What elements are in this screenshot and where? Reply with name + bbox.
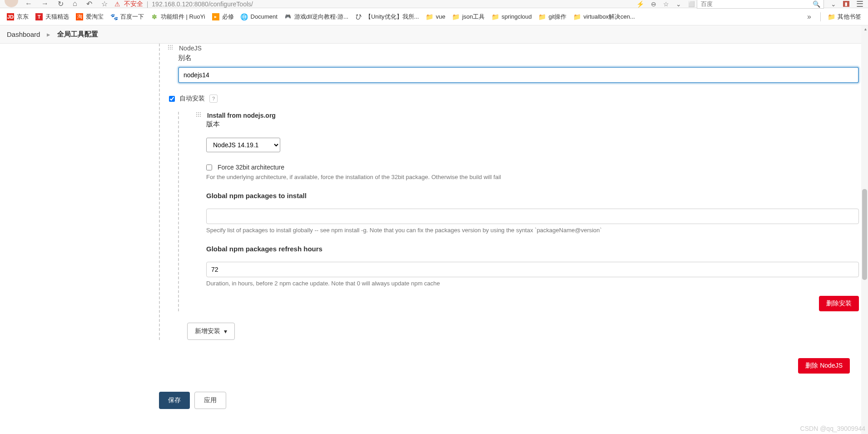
folder-icon: 📁 [539, 13, 546, 20]
bookmark-other[interactable]: 📁其他书签 [828, 13, 861, 21]
global-packages-field: Global npm packages to install Specify l… [206, 192, 859, 234]
auto-install-checkbox[interactable] [169, 96, 175, 102]
browser-nav-icons: ← → ↻ ⌂ ↶ ☆ [25, 0, 108, 8]
folder-icon: 📁 [491, 13, 499, 20]
force32-checkbox[interactable] [206, 165, 212, 170]
version-select[interactable]: NodeJS 14.19.1 [206, 138, 280, 152]
refresh-hours-input[interactable] [206, 262, 859, 277]
nodejs-section: NodeJS 别名 自动安装 ? Install from nodejs.org… [159, 44, 859, 340]
folder-icon: 📁 [452, 13, 459, 20]
add-installer-row: 新增安装 ▾ [168, 323, 859, 340]
game-icon: 🎮 [284, 13, 292, 20]
bookmark-virtualbox[interactable]: 📁virtualbox解决cen... [573, 13, 635, 21]
scrollbar[interactable]: ▴ [861, 25, 868, 423]
taobao-icon: 淘 [76, 13, 83, 20]
browser-right-icons: ⚡ ⊖ ☆ ⌄ ⬜ 🔍 ⌄ ▮ ☰ [636, 0, 863, 9]
bookmark-bixiu[interactable]: ▸必修 [212, 13, 234, 21]
zoom-icon[interactable]: ⊖ [651, 0, 656, 8]
form-actions: 保存 应用 [159, 385, 859, 409]
content: NodeJS 别名 自动安装 ? Install from nodejs.org… [0, 44, 868, 423]
breadcrumb-separator-icon: ▸ [47, 30, 50, 39]
add-install-button[interactable]: 新增安装 ▾ [187, 323, 235, 340]
bookmark-baidu[interactable]: 🐾百度一下 [110, 13, 144, 21]
auto-install-label: 自动安装 [179, 95, 205, 103]
drag-handle-icon[interactable] [196, 112, 203, 119]
bookmark-json[interactable]: 📁json工具 [452, 13, 485, 21]
folder-icon: 📁 [573, 13, 580, 20]
refresh-hours-label: Global npm packages refresh hours [206, 245, 859, 253]
force32-field: Force 32bit architecture For the underly… [206, 164, 859, 180]
folder-icon: 📁 [828, 13, 835, 20]
scrollbar-thumb[interactable] [862, 189, 867, 280]
installer-header: Install from nodejs.org [196, 112, 859, 119]
menu-icon[interactable]: ☰ [856, 0, 863, 9]
tmall-icon: T [35, 13, 43, 20]
more-bookmarks-icon[interactable]: » [805, 13, 813, 21]
unity-icon: ひ [355, 13, 362, 20]
version-label: 版本 [206, 120, 859, 129]
installer-block: Install from nodejs.org 版本 NodeJS 14.19.… [178, 112, 859, 311]
bookmark-document[interactable]: 🌐Document [241, 13, 278, 20]
force32-label: Force 32bit architecture [218, 164, 284, 171]
insecure-label: 不安全 [124, 0, 143, 8]
globe-icon: 🌐 [241, 13, 248, 20]
favorite-icon[interactable]: ☆ [663, 0, 669, 8]
bookmarks-bar: JD京东 T天猫精选 淘爱淘宝 🐾百度一下 ✽功能组件 | RuoYi ▸必修 … [0, 8, 868, 25]
bookmark-tmall[interactable]: T天猫精选 [35, 13, 69, 21]
star-icon[interactable]: ☆ [101, 0, 108, 8]
nodejs-header: NodeJS [168, 44, 859, 52]
save-button[interactable]: 保存 [159, 392, 190, 409]
avatar[interactable] [5, 0, 18, 7]
baidu-logo-icon: ⬜ [688, 1, 695, 7]
breadcrumb-dashboard[interactable]: Dashboard [7, 30, 40, 38]
url-text[interactable]: 192.168.0.120:8080/configureTools/ [152, 0, 253, 8]
delete-install-row: 删除安装 [206, 296, 859, 311]
install-from-label: Install from nodejs.org [207, 112, 276, 119]
undo-icon[interactable]: ↶ [86, 0, 92, 8]
flash-icon[interactable]: ⚡ [636, 0, 644, 8]
delete-install-button[interactable]: 删除安装 [819, 296, 859, 311]
home-icon[interactable]: ⌂ [73, 0, 77, 8]
folder-icon: 📁 [426, 13, 433, 20]
content-wrapper: NodeJS 别名 自动安装 ? Install from nodejs.org… [0, 44, 868, 423]
apply-button[interactable]: 应用 [194, 392, 226, 409]
refresh-hours-field: Global npm packages refresh hours Durati… [206, 245, 859, 287]
leaf-icon: ✽ [151, 13, 158, 20]
breadcrumb: Dashboard ▸ 全局工具配置 [0, 25, 868, 44]
help-icon[interactable]: ? [209, 95, 218, 103]
alias-label: 别名 [178, 54, 859, 62]
drag-handle-icon[interactable] [168, 45, 174, 51]
delete-nodejs-row: 删除 NodeJS [159, 358, 850, 374]
url-section: ⚠ 不安全 | 192.168.0.120:8080/configureTool… [114, 0, 630, 8]
forward-icon[interactable]: → [41, 0, 49, 8]
insecure-warning-icon: ⚠ [114, 0, 120, 8]
bookmark-ruoyi[interactable]: ✽功能组件 | RuoYi [151, 13, 205, 21]
alias-input[interactable] [178, 67, 859, 83]
browser-search-input[interactable] [697, 0, 824, 9]
reload-icon[interactable]: ↻ [58, 0, 64, 8]
back-icon[interactable]: ← [25, 0, 32, 8]
bookmark-vue[interactable]: 📁vue [426, 13, 445, 20]
delete-nodejs-button[interactable]: 删除 NodeJS [798, 358, 850, 374]
bookmark-git[interactable]: 📁git操作 [539, 13, 567, 21]
search-icon[interactable]: 🔍 [813, 0, 820, 8]
nodejs-label: NodeJS [179, 45, 202, 52]
chevron-down-icon: ▾ [224, 328, 227, 335]
auto-install-row: 自动安装 ? [159, 95, 859, 103]
browser-search: ⬜ 🔍 [688, 0, 824, 9]
bookmark-springcloud[interactable]: 📁springcloud [491, 13, 532, 20]
scrollbar-up-icon[interactable]: ▴ [864, 26, 867, 31]
browser-chrome: ← → ↻ ⌂ ↶ ☆ ⚠ 不安全 | 192.168.0.120:8080/c… [0, 0, 868, 8]
dropdown-icon[interactable]: ⌄ [676, 0, 681, 8]
download-icon[interactable]: ⌄ [831, 0, 836, 8]
course-icon: ▸ [212, 13, 219, 20]
bookmark-unity[interactable]: ひ【Unity优化】我所... [355, 13, 419, 21]
bookmark-taobao[interactable]: 淘爱淘宝 [76, 13, 104, 21]
global-packages-label: Global npm packages to install [206, 192, 859, 200]
pdf-icon[interactable]: ▮ [843, 1, 849, 7]
bookmark-jd[interactable]: JD京东 [7, 13, 29, 21]
global-packages-input[interactable] [206, 209, 859, 224]
bookmark-game[interactable]: 🎮游戏dll逆向教程-游... [284, 13, 348, 21]
force32-help: For the underlying architecture, if avai… [206, 174, 859, 180]
bookmarks-divider [820, 12, 821, 21]
